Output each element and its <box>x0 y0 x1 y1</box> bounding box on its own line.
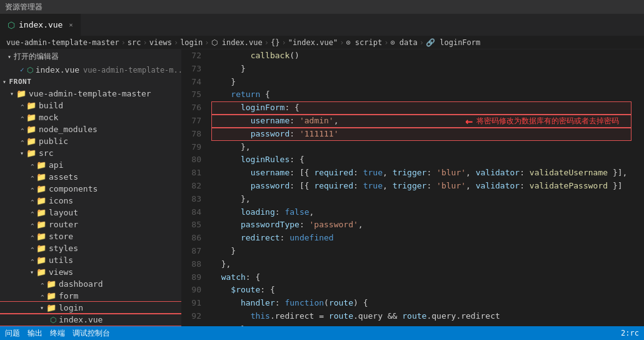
bc-root: vue-admin-template-master <box>6 38 119 47</box>
tab-bar: ⬡ index.vue ✕ <box>0 14 644 36</box>
folder-icon: 📁 <box>26 101 36 110</box>
tree-item-styles[interactable]: › 📁 styles <box>0 242 181 254</box>
folder-arrow-closed: › <box>19 103 26 107</box>
tree-item-form[interactable]: › 📁 form <box>0 290 181 302</box>
tree-label: layout <box>49 208 78 217</box>
code-line-80: loginRules: { <box>211 153 631 167</box>
check-icon: ✓ <box>20 66 24 74</box>
bc-quoted: "index.vue" <box>288 38 338 47</box>
tree-item-dashboard[interactable]: › 📁 dashboard <box>0 278 181 290</box>
tree-item-utils[interactable]: › 📁 utils <box>0 254 181 266</box>
code-line-79: }, <box>211 141 631 154</box>
breadcrumb: vue-admin-template-master › src › views … <box>0 36 644 49</box>
code-line-72: callback() <box>211 49 631 63</box>
tree-item-mock[interactable]: › 📁 mock <box>0 111 181 123</box>
tab-index-vue[interactable]: ⬡ index.vue ✕ <box>0 14 81 36</box>
code-area: 72 73 74 75 76 77 78 79 80 81 82 83 84 8… <box>181 49 644 326</box>
folder-arrow-closed: › <box>29 210 36 214</box>
tree-item-views[interactable]: ▾ 📁 views <box>0 266 181 278</box>
folder-icon: 📁 <box>46 279 56 289</box>
tree-label: src <box>39 148 53 158</box>
folder-icon: 📁 <box>46 303 56 312</box>
tree-item-public[interactable]: › 📁 public <box>0 135 181 147</box>
tree-label: node_modules <box>39 125 98 134</box>
folder-arrow-closed: › <box>29 163 36 167</box>
folder-arrow-open: ▾ <box>10 90 14 97</box>
tree-label: router <box>49 220 78 229</box>
code-line-74: } <box>211 76 631 89</box>
bc-src: src <box>128 38 141 47</box>
code-line-85: passwordType: 'password', <box>211 219 631 232</box>
front-arrow: ▾ <box>3 78 7 85</box>
folder-arrow-closed: › <box>29 175 36 178</box>
folder-icon: 📁 <box>36 232 46 241</box>
code-line-84: loading: false, <box>211 206 631 219</box>
bc-file: ⬡ index.vue <box>211 38 263 47</box>
folder-icon: 📁 <box>36 184 46 193</box>
tree-item-node-modules[interactable]: › 📁 node_modules <box>0 123 181 135</box>
status-item-debug[interactable]: 调试控制台 <box>73 328 110 339</box>
tab-close-button[interactable]: ✕ <box>69 21 73 28</box>
tree-item-assets[interactable]: › 📁 assets <box>0 171 181 183</box>
folder-icon: 📁 <box>26 125 36 134</box>
open-file-label: index.vue <box>36 65 79 75</box>
main-content: ▾ 打开的编辑器 ✓ ⬡ index.vue vue-admin-templat… <box>0 49 644 326</box>
folder-arrow-closed: › <box>29 222 36 226</box>
folder-icon: 📁 <box>36 244 46 253</box>
folder-icon: 📁 <box>36 208 46 217</box>
status-item-right: 2:rc <box>621 329 639 337</box>
open-editors-title[interactable]: ▾ 打开的编辑器 <box>0 49 181 64</box>
code-line-75: return { <box>211 88 631 101</box>
folder-icon: 📁 <box>26 148 36 158</box>
tree-label: api <box>49 160 63 170</box>
tree-item-router[interactable]: › 📁 router <box>0 219 181 230</box>
tree-item-icons[interactable]: › 📁 icons <box>0 195 181 207</box>
tree-item-build[interactable]: › 📁 build <box>0 100 181 111</box>
tree-item-components[interactable]: › 📁 components <box>0 183 181 195</box>
tree-label: store <box>49 232 73 241</box>
vue-tab-icon: ⬡ <box>8 20 15 30</box>
folder-icon: 📁 <box>26 137 36 146</box>
tree-item-layout[interactable]: › 📁 layout <box>0 207 181 219</box>
open-editors-arrow: ▾ <box>8 53 11 60</box>
folder-arrow-closed: › <box>29 198 36 202</box>
editor[interactable]: 72 73 74 75 76 77 78 79 80 81 82 83 84 8… <box>181 49 644 326</box>
tree-label: views <box>49 267 73 277</box>
status-item-problems[interactable]: 问题 <box>5 328 20 339</box>
tree-item-index-vue[interactable]: ⬡ index.vue <box>0 314 181 326</box>
bc-script: ⊙ script <box>346 38 382 47</box>
bc-views: views <box>149 38 172 47</box>
folder-arrow-closed: › <box>29 246 36 250</box>
status-item-terminal[interactable]: 终端 <box>50 328 65 339</box>
folder-arrow-open: ▾ <box>30 269 34 276</box>
code-line-92: this.redirect = route.query && route.que… <box>211 310 631 323</box>
folder-icon: 📁 <box>16 89 26 98</box>
vue-file-icon: ⬡ <box>27 66 33 75</box>
code-lines: callback() } } return { loginFor <box>211 49 644 326</box>
folder-arrow-open: ▾ <box>20 150 24 157</box>
code-line-82: password: [{ required: true, trigger: 'b… <box>211 180 631 193</box>
tree-item-login[interactable]: ▾ 📁 login <box>0 302 181 314</box>
folder-icon: 📁 <box>36 267 46 277</box>
open-file-index-vue[interactable]: ✓ ⬡ index.vue vue-admin-template-m... <box>0 64 181 76</box>
tree-item-src[interactable]: ▾ 📁 src <box>0 147 181 159</box>
folder-arrow-closed: › <box>29 258 36 262</box>
front-root[interactable]: ▾ FRONT <box>0 76 181 88</box>
tree-item-api[interactable]: › 📁 api <box>0 159 181 171</box>
code-line-77: username: 'admin', ← 将密码修改为数据库有的密码或者去掉密码 <box>211 115 631 128</box>
status-item-output[interactable]: 输出 <box>28 328 43 339</box>
tree-item-vue-admin[interactable]: ▾ 📁 vue-admin-template-master <box>0 88 181 100</box>
folder-arrow-closed: › <box>39 294 46 297</box>
tree-label: components <box>49 184 98 193</box>
code-line-78: password: '111111' <box>211 128 631 141</box>
tree-item-store[interactable]: › 📁 store <box>0 230 181 242</box>
vue-file-icon: ⬡ <box>50 316 56 324</box>
annotation-text: 将密码修改为数据库有的密码或者去掉密码 <box>476 115 619 127</box>
bc-braces: {} <box>271 38 279 47</box>
folder-arrow-closed: › <box>19 139 26 143</box>
tree-label: assets <box>49 172 78 182</box>
code-line-73: } <box>211 63 631 76</box>
title-bar: 资源管理器 <box>0 0 644 14</box>
code-line-87: } <box>211 245 631 258</box>
code-line-93: }, <box>211 323 631 326</box>
